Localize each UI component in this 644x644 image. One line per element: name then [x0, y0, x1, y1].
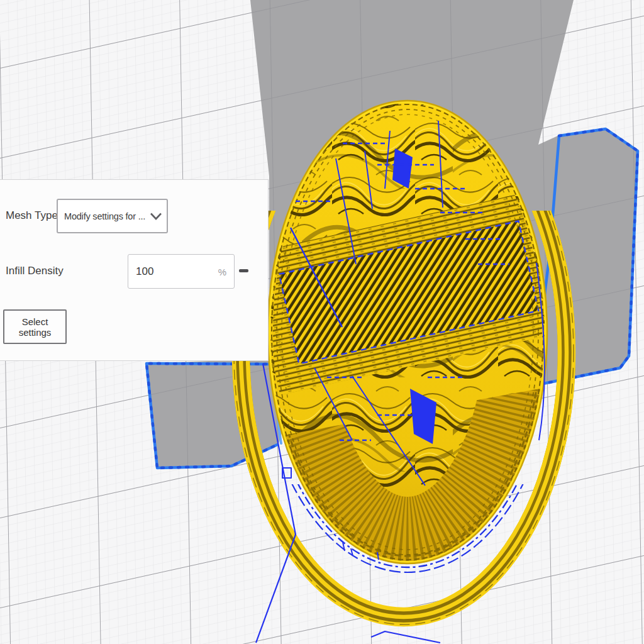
mesh-type-dropdown-value: Modify settings for ...	[58, 211, 145, 221]
chevron-down-icon	[145, 213, 167, 220]
select-settings-button[interactable]: Select settings	[3, 309, 67, 344]
per-model-settings-panel: Mesh Type Modify settings for ... Infill…	[0, 179, 269, 361]
mesh-type-dropdown[interactable]: Modify settings for ...	[57, 199, 168, 233]
infill-density-input[interactable]	[128, 255, 234, 288]
infill-density-field-wrap: %	[128, 254, 235, 289]
minus-icon[interactable]	[239, 269, 248, 272]
infill-density-label: Infill Density	[6, 265, 64, 277]
mesh-type-label: Mesh Type	[6, 209, 58, 222]
